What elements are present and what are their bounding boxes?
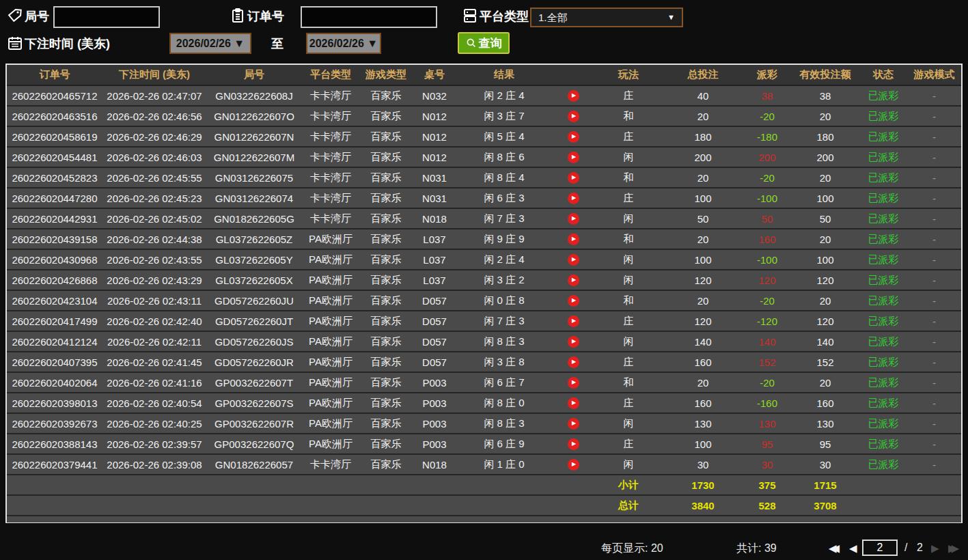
play-icon[interactable]: ▶: [568, 234, 579, 245]
cell-valid-bet: 20: [791, 229, 859, 249]
cell-table-no: P003: [413, 434, 456, 454]
cell-payout: -180: [743, 126, 791, 147]
play-icon[interactable]: ▶: [568, 438, 579, 450]
cell-payout: -120: [743, 311, 791, 331]
play-icon[interactable]: ▶: [568, 172, 579, 184]
cell-replay: ▶: [552, 331, 594, 352]
cell-platform: PA欧洲厅: [302, 372, 359, 393]
cell-game-no: GN0182622605G: [206, 208, 302, 229]
cell-order-no: 260226020423104: [7, 290, 102, 311]
col-payout: 派彩: [743, 65, 791, 85]
cell-replay: ▶: [552, 85, 594, 106]
play-icon[interactable]: ▶: [568, 377, 579, 389]
cell-game-type: 百家乐: [359, 352, 413, 372]
play-icon[interactable]: ▶: [568, 356, 579, 368]
cell-replay: ▶: [552, 167, 594, 188]
cell-replay: ▶: [552, 311, 594, 331]
cell-game-mode: -: [907, 188, 961, 208]
table-row: 2602260204073952026-02-26 02:41:45GD0572…: [7, 352, 961, 372]
cell-order-no: 260226020402064: [7, 372, 102, 393]
cell-replay: ▶: [552, 147, 594, 167]
play-icon[interactable]: ▶: [568, 254, 579, 266]
date-to-select[interactable]: 2026/02/26 ▼: [306, 33, 381, 54]
order-no-input[interactable]: [301, 6, 437, 28]
cell-game-mode: -: [907, 331, 961, 352]
cell-game-no: GD057262260JT: [206, 311, 302, 331]
cell-order-no: 260226020463516: [7, 106, 102, 126]
play-icon[interactable]: ▶: [568, 90, 579, 102]
cell-game-mode: -: [907, 85, 961, 106]
cell-result: 闲 7 庄 3: [456, 208, 552, 229]
per-page-label: 每页显示: 20: [601, 542, 663, 556]
last-page-button[interactable]: ▶▶: [948, 542, 954, 555]
next-page-button[interactable]: ▶: [931, 542, 939, 555]
cell-game-no: GP0032622607S: [206, 393, 302, 413]
play-icon[interactable]: ▶: [568, 152, 579, 163]
tag-icon: [7, 8, 23, 24]
prev-page-button[interactable]: ◀: [849, 542, 857, 555]
col-order-no: 订单号: [7, 65, 102, 85]
cell-game-type: 百家乐: [359, 126, 413, 147]
play-icon[interactable]: ▶: [568, 193, 579, 204]
page-number-input[interactable]: [862, 540, 898, 556]
cell-platform: PA欧洲厅: [302, 270, 359, 290]
cell-game-type: 百家乐: [359, 372, 413, 393]
play-icon[interactable]: ▶: [568, 111, 579, 122]
cell-payout: -100: [743, 249, 791, 270]
cell-total-bet: 40: [663, 85, 743, 106]
cell-payout: -20: [743, 106, 791, 126]
cell-valid-bet: 100: [791, 188, 859, 208]
play-icon[interactable]: ▶: [568, 295, 579, 307]
cell-total-bet: 130: [663, 413, 743, 434]
cell-order-no: 260226020447280: [7, 188, 102, 208]
cell-replay: ▶: [552, 454, 594, 475]
cell-game-type: 百家乐: [359, 290, 413, 311]
query-button-label: 查询: [479, 36, 502, 51]
cell-platform: 卡卡湾厅: [302, 106, 359, 126]
play-icon[interactable]: ▶: [568, 275, 579, 286]
game-no-input[interactable]: [53, 6, 160, 28]
cell-game-mode: -: [907, 249, 961, 270]
cell-platform: PA欧洲厅: [302, 229, 359, 249]
cell-valid-bet: 100: [791, 249, 859, 270]
platform-select-value: 1.全部: [538, 12, 568, 23]
cell-order-no: 260226020439158: [7, 229, 102, 249]
col-total-bet: 总投注: [663, 65, 743, 85]
cell-table-no: L037: [413, 270, 456, 290]
table-row: 2602260204121242026-02-26 02:42:11GD0572…: [7, 331, 961, 352]
play-icon[interactable]: ▶: [568, 336, 579, 348]
calendar-icon: [7, 35, 23, 51]
cell-game-mode: -: [907, 454, 961, 475]
cell-table-no: N018: [413, 454, 456, 475]
play-icon[interactable]: ▶: [568, 131, 579, 143]
play-icon[interactable]: ▶: [568, 316, 579, 327]
cell-total-bet: 20: [663, 372, 743, 393]
date-to-conjunction: 至: [271, 36, 284, 52]
cell-game-type: 百家乐: [359, 270, 413, 290]
subtotal-total-bet: 1730: [663, 475, 743, 495]
play-icon[interactable]: ▶: [568, 459, 579, 471]
cell-replay: ▶: [552, 434, 594, 454]
platform-select[interactable]: 1.全部 ▼: [530, 8, 683, 27]
first-page-button[interactable]: ◀◀: [829, 542, 835, 555]
date-from-select[interactable]: 2026/02/26 ▼: [169, 33, 251, 54]
table-row: 2602260204544812026-02-26 02:46:03GN0122…: [7, 147, 961, 167]
cell-game-no: GP0032622607T: [206, 372, 302, 393]
platform-label: 平台类型: [480, 8, 529, 25]
cell-table-no: P003: [413, 413, 456, 434]
cell-game-mode: -: [907, 126, 961, 147]
cell-bet-time: 2026-02-26 02:46:56: [102, 106, 206, 126]
cell-platform: PA欧洲厅: [302, 352, 359, 372]
cell-status: 已派彩: [859, 413, 907, 434]
play-icon[interactable]: ▶: [568, 397, 579, 409]
cell-payout: -20: [743, 167, 791, 188]
cell-payout: 200: [743, 147, 791, 167]
cell-replay: ▶: [552, 126, 594, 147]
play-icon[interactable]: ▶: [568, 213, 579, 225]
col-bet-time: 下注时间 (美东): [102, 65, 206, 85]
cell-valid-bet: 180: [791, 126, 859, 147]
query-button[interactable]: 查询: [458, 32, 510, 54]
cell-result: 闲 3 庄 8: [456, 352, 552, 372]
subtotal-row: 小计 1730 375 1715: [7, 475, 961, 495]
play-icon[interactable]: ▶: [568, 418, 579, 430]
